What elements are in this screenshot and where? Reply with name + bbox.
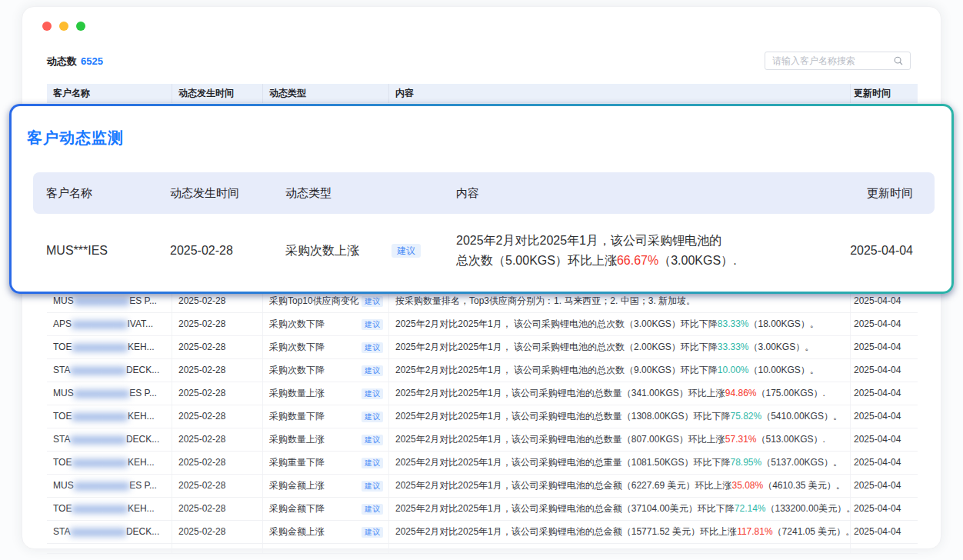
event-content: 2025年2月对比2025年1月， 该公司采购锂电池的总次数（3.00KGS）环… [389, 313, 851, 335]
event-date: 2025-02-28 [172, 405, 263, 428]
suggestion-badge[interactable]: 建议 [362, 342, 383, 353]
table-body: MUS■■■■■■■■■■ES P... 2025-02-28 采购Top10供… [47, 290, 918, 544]
overlay-percent-change-value: 66.67% [617, 254, 658, 267]
overlay-col-event-type: 动态类型 [285, 186, 456, 201]
event-type-cell: 采购数量上涨 建议 [263, 428, 389, 451]
search-input[interactable] [765, 55, 893, 66]
blurred-name-segment: ■■■■■■■■■■ [72, 318, 127, 331]
customer-search-box[interactable] [765, 52, 911, 70]
table-row[interactable]: TOE■■■■■■■■■■KEH... 2025-02-28 采购重量下降 建议… [47, 452, 918, 475]
suggestion-badge[interactable]: 建议 [362, 527, 383, 538]
blurred-name-segment: ■■■■■■■■■■ [70, 434, 125, 446]
event-type-cell: 采购次数下降 建议 [263, 336, 389, 358]
table-row[interactable]: STA■■■■■■■■■■DECK... 2025-02-28 采购次数下降 建… [47, 359, 918, 382]
minimize-window-icon[interactable] [59, 22, 68, 31]
update-date: 2025-04-04 [851, 359, 918, 382]
overlay-col-customer-name: 客户名称 [33, 186, 170, 201]
event-date: 2025-02-28 [172, 452, 263, 474]
table-row[interactable]: MUS■■■■■■■■■■ES P... 2025-02-28 采购数量上涨 建… [47, 382, 918, 405]
overlay-col-content: 内容 [456, 186, 798, 201]
percent-change-value: 72.14% [735, 503, 766, 514]
table-row[interactable]: MUS■■■■■■■■■■ES P... 2025-02-28 采购金额上涨 建… [47, 475, 918, 498]
blurred-name-segment: ■■■■■■■■■■ [74, 388, 129, 400]
event-content: 2025年2月对比2025年1月，该公司采购锂电池的总金额（37104.00美元… [389, 498, 851, 520]
suggestion-badge[interactable]: 建议 [362, 296, 383, 307]
event-date: 2025-02-28 [172, 382, 263, 405]
event-type-label: 采购金额上涨 [269, 521, 325, 543]
overlay-update-date: 2025-04-04 [798, 244, 935, 258]
event-type-label: 采购次数下降 [269, 336, 325, 358]
suggestion-badge[interactable]: 建议 [362, 481, 383, 492]
table-row[interactable]: APS■■■■■■■■■■IVAT... 2025-02-28 采购次数下降 建… [47, 313, 918, 336]
blurred-name-segment: ■■■■■■■■■■ [72, 411, 127, 423]
blurred-name-segment: ■■■■■■■■■■ [72, 503, 127, 515]
event-content: 2025年2月对比2025年1月，该公司采购锂电池的总金额（6227.69 美元… [389, 475, 851, 497]
percent-change-value: 83.33% [718, 318, 749, 329]
blurred-name-segment: ■■■■■■■■■■ [72, 457, 127, 469]
col-header-event-type: 动态类型 [263, 84, 389, 103]
update-date: 2025-04-04 [851, 475, 918, 497]
update-date: 2025-04-04 [851, 405, 918, 428]
table-row[interactable]: TOE■■■■■■■■■■KEH... 2025-02-28 采购次数下降 建议… [47, 336, 918, 359]
overlay-suggestion-badge[interactable]: 建议 [392, 244, 421, 258]
maximize-window-icon[interactable] [76, 22, 85, 31]
overlay-event-content: 2025年2月对比2025年1月，该公司采购锂电池的 总次数（5.00KGS）环… [456, 231, 798, 271]
event-content: 2025年2月对比2025年1月，该公司采购锂电池的总数量（341.00KGS）… [389, 382, 851, 405]
table-row[interactable]: TOE■■■■■■■■■■KEH... 2025-02-28 采购金额下降 建议… [47, 498, 918, 521]
customer-name-link[interactable]: TOE■■■■■■■■■■KEH... [47, 405, 172, 428]
event-type-label: 采购数量上涨 [269, 382, 325, 405]
overlay-event-date: 2025-02-28 [170, 244, 285, 258]
suggestion-badge[interactable]: 建议 [362, 458, 383, 468]
table-row[interactable]: TOE■■■■■■■■■■KEH... 2025-02-28 采购数量下降 建议… [47, 405, 918, 428]
customer-name-link[interactable]: STA■■■■■■■■■■DECK... [47, 428, 172, 451]
percent-change-value: 75.82% [730, 411, 761, 422]
search-icon[interactable] [893, 55, 904, 66]
col-header-customer-name: 客户名称 [47, 84, 172, 103]
suggestion-badge[interactable]: 建议 [362, 319, 383, 330]
event-content: 2025年2月对比2025年1月，该公司采购锂电池的总重量（1081.50KGS… [389, 452, 851, 474]
overlay-header-row: 客户名称 动态发生时间 动态类型 内容 更新时间 [33, 172, 935, 214]
suggestion-badge[interactable]: 建议 [362, 435, 383, 445]
overlay-event-type-cell: 采购次数上涨 建议 [285, 243, 456, 259]
customer-name-link[interactable]: TOE■■■■■■■■■■KEH... [47, 336, 172, 358]
col-header-event-time: 动态发生时间 [172, 84, 263, 103]
event-date: 2025-02-28 [172, 359, 263, 382]
event-content: 2025年2月对比2025年1月，该公司采购锂电池的总数量（807.00KGS）… [389, 428, 851, 451]
customer-name-link[interactable]: APS■■■■■■■■■■IVAT... [47, 313, 172, 335]
table-row[interactable]: STA■■■■■■■■■■DECK... 2025-02-28 采购数量上涨 建… [47, 428, 918, 452]
suggestion-badge[interactable]: 建议 [362, 388, 383, 399]
table-row[interactable]: STA■■■■■■■■■■DECK... 2025-02-28 采购金额上涨 建… [47, 521, 918, 544]
percent-change-value: 78.95% [730, 457, 761, 468]
overlay-data-row[interactable]: MUS***IES 2025-02-28 采购次数上涨 建议 2025年2月对比… [33, 214, 935, 288]
event-date: 2025-02-28 [172, 498, 263, 520]
customer-name-link[interactable]: STA■■■■■■■■■■DECK... [47, 359, 172, 382]
event-type-cell: 采购金额上涨 建议 [263, 521, 389, 543]
event-date: 2025-02-28 [172, 428, 263, 451]
overlay-customer-name: MUS***IES [33, 244, 170, 258]
suggestion-badge[interactable]: 建议 [362, 365, 383, 376]
percent-change-value: 35.08% [731, 480, 763, 491]
table-row-partial [47, 544, 918, 554]
event-type-cell: 采购次数下降 建议 [263, 313, 389, 335]
blurred-name-segment: ■■■■■■■■■■ [72, 342, 127, 354]
customer-name-link[interactable]: MUS■■■■■■■■■■ES P... [47, 475, 172, 497]
event-type-label: 采购重量下降 [269, 452, 325, 474]
event-content: 2025年2月对比2025年1月， 该公司采购锂电池的总次数（2.00KGS）环… [389, 336, 851, 358]
percent-change-value: 10.00% [718, 365, 749, 375]
customer-name-link[interactable]: TOE■■■■■■■■■■KEH... [47, 452, 172, 474]
event-type-cell: 采购数量下降 建议 [263, 405, 389, 428]
update-date: 2025-04-04 [851, 336, 918, 358]
close-window-icon[interactable] [42, 22, 52, 31]
customer-dynamics-monitor-card: 客户动态监测 客户名称 动态发生时间 动态类型 内容 更新时间 MUS***IE… [12, 106, 951, 292]
customer-name-link[interactable]: TOE■■■■■■■■■■KEH... [47, 498, 172, 520]
suggestion-badge[interactable]: 建议 [362, 412, 383, 422]
event-type-cell: 采购数量上涨 建议 [263, 382, 389, 405]
blurred-name-segment: ■■■■■■■■■■ [74, 480, 129, 492]
customer-name-link[interactable]: STA■■■■■■■■■■DECK... [47, 521, 172, 543]
event-type-cell: 采购重量下降 建议 [263, 452, 389, 474]
event-type-label: 采购次数下降 [269, 359, 325, 382]
suggestion-badge[interactable]: 建议 [362, 504, 383, 515]
customer-name-link[interactable]: MUS■■■■■■■■■■ES P... [47, 382, 172, 405]
overlay-col-event-time: 动态发生时间 [170, 186, 285, 201]
dynamics-count-label: 动态数 [47, 55, 77, 67]
